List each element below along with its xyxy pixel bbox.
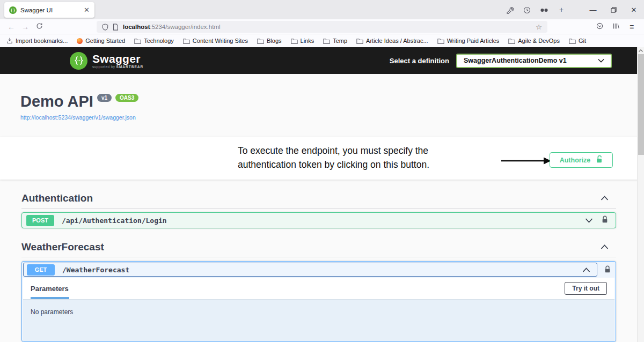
parameters-body: No parameters	[23, 299, 614, 342]
annotation-line1: To execute the endpoint, you must specif…	[238, 144, 429, 158]
url-text[interactable]: localhost:5234/swagger/index.html	[123, 24, 221, 30]
section-header-authentication[interactable]: Authentication	[21, 188, 616, 209]
section-header-weatherforecast[interactable]: WeatherForecast	[21, 237, 616, 257]
authorize-label: Authorize	[560, 157, 591, 164]
import-icon	[6, 38, 13, 44]
section-title: Authentication	[21, 192, 93, 204]
operations-container: Authentication POST /api/Authentication/…	[0, 188, 644, 342]
tracking-shield-icon[interactable]	[102, 24, 108, 31]
browser-navbar: ← → localhost:5234/swagger/index.html ☆ …	[0, 19, 644, 34]
folder-icon	[257, 38, 264, 44]
bookmark-folder-writing-paid-articles[interactable]: Writing Paid Articles	[437, 38, 500, 44]
logo-text: Swagger	[92, 53, 141, 65]
scrollbar-up-arrow[interactable]	[638, 47, 644, 54]
page-info-icon[interactable]	[113, 24, 119, 31]
bookmarks-bar: Import bookmarks... Getting Started Tech…	[0, 34, 644, 47]
post-row-controls	[585, 215, 608, 226]
get-method-badge: GET	[27, 264, 55, 276]
titlebar-icons: + — ✕	[501, 0, 644, 19]
swagger-favicon-icon: { }	[9, 6, 17, 14]
swagger-logo-icon	[70, 52, 87, 70]
bookmark-folder-git[interactable]: Git	[569, 38, 586, 44]
new-tab-button[interactable]: +	[553, 5, 570, 14]
folder-icon	[569, 38, 576, 44]
pocket-icon[interactable]	[591, 23, 608, 31]
page-scrollbar[interactable]	[637, 47, 644, 342]
chevron-up-icon[interactable]	[582, 265, 590, 274]
parameters-tab[interactable]: Parameters	[31, 285, 69, 293]
get-summary-row[interactable]: GET /WeatherForecast	[23, 263, 597, 277]
firefox-sphere-icon	[77, 38, 83, 44]
wrench-icon[interactable]	[501, 5, 518, 14]
forward-button[interactable]: →	[18, 23, 32, 31]
minimize-button[interactable]: —	[583, 0, 603, 19]
section-title: WeatherForecast	[21, 241, 104, 253]
definition-selector-area: Select a definition SwaggerAuthenticatio…	[390, 54, 612, 68]
bookmark-folder-blogs[interactable]: Blogs	[257, 38, 282, 44]
logo-subtext: supported by SMARTBEAR	[92, 65, 143, 69]
bookmark-folder-temp[interactable]: Temp	[323, 38, 347, 44]
api-title: Demo API	[20, 93, 93, 109]
bookmark-folder-article-ideas[interactable]: Article Ideas / Abstrac...	[356, 38, 428, 44]
menu-hamburger-icon[interactable]: ≡	[624, 23, 640, 31]
navbar-right-icons: ≡	[591, 19, 640, 34]
bookmark-folder-technology[interactable]: Technology	[134, 38, 174, 44]
scrollbar-thumb[interactable]	[638, 54, 644, 155]
folder-icon	[356, 38, 363, 44]
bookmark-folder-links[interactable]: Links	[291, 38, 314, 44]
chevron-down-icon[interactable]	[585, 215, 593, 225]
select-definition-label: Select a definition	[390, 57, 449, 65]
parameters-tab-underline	[31, 297, 69, 299]
authorize-button[interactable]: Authorize	[550, 152, 613, 168]
address-bar[interactable]: localhost:5234/swagger/index.html ☆	[97, 21, 547, 33]
auth-wrapper-band: To execute the endpoint, you must specif…	[0, 137, 644, 180]
annotation-text: To execute the endpoint, you must specif…	[238, 144, 429, 172]
folder-icon	[437, 38, 444, 44]
back-button[interactable]: ←	[4, 23, 18, 31]
tab-close-icon[interactable]: ✕	[84, 6, 90, 13]
lock-icon[interactable]	[604, 265, 611, 273]
swagger-logo: Swagger supported by SMARTBEAR	[70, 52, 143, 70]
history-clock-icon[interactable]	[518, 5, 536, 14]
folder-icon	[508, 38, 515, 44]
folder-icon	[183, 38, 190, 44]
close-window-button[interactable]: ✕	[624, 0, 644, 19]
get-endpoint-path: /WeatherForecast	[62, 266, 129, 274]
reload-button[interactable]	[32, 23, 46, 31]
chevron-up-icon[interactable]	[601, 244, 609, 249]
api-title-row: Demo API v1 OAS3	[20, 93, 644, 109]
folder-icon	[134, 38, 141, 44]
opblock-get-weatherforecast: GET /WeatherForecast Parameters Try it o…	[21, 261, 616, 342]
definition-select[interactable]: SwaggerAuthenticationDemo v1	[456, 54, 612, 68]
api-info-section: Demo API v1 OAS3 http://localhost:5234/s…	[0, 74, 644, 137]
chevron-up-icon[interactable]	[601, 196, 609, 200]
unlock-icon	[596, 155, 603, 165]
swagger-topbar: Swagger supported by SMARTBEAR Select a …	[0, 47, 644, 74]
spec-json-link[interactable]: http://localhost:5234/swagger/v1/swagger…	[20, 114, 136, 121]
definition-select-value: SwaggerAuthenticationDemo v1	[464, 57, 567, 64]
bookmark-star-icon[interactable]: ☆	[536, 23, 542, 31]
library-icon[interactable]	[608, 23, 624, 31]
chevron-down-icon	[598, 58, 604, 63]
window-controls: — ✕	[583, 0, 644, 19]
tab-title: Swagger UI	[20, 7, 84, 13]
try-it-out-button[interactable]: Try it out	[565, 282, 607, 295]
post-method-badge: POST	[26, 215, 54, 226]
bookmark-folder-content-writing[interactable]: Content Writing Sites	[183, 38, 248, 44]
bookmark-folder-agile-devops[interactable]: Agile & DevOps	[508, 38, 560, 44]
restore-button[interactable]	[603, 0, 624, 19]
version-badge: v1	[97, 94, 112, 102]
annotation-arrow	[501, 156, 552, 168]
extension-infinity-icon[interactable]	[536, 5, 553, 14]
oas3-badge: OAS3	[115, 94, 138, 102]
browser-titlebar: { } Swagger UI ✕ + — ✕	[0, 0, 644, 19]
browser-tab[interactable]: { } Swagger UI ✕	[4, 2, 94, 18]
url-host: localhost	[123, 24, 150, 30]
opblock-post-login[interactable]: POST /api/Authentication/Login	[21, 212, 616, 228]
folder-icon	[323, 38, 330, 44]
lock-icon[interactable]	[602, 215, 608, 226]
post-endpoint-path: /api/Authentication/Login	[62, 217, 167, 225]
bookmark-item-getting-started[interactable]: Getting Started	[77, 38, 125, 44]
get-row-controls	[582, 265, 590, 274]
bookmark-item-import[interactable]: Import bookmarks...	[6, 38, 68, 44]
